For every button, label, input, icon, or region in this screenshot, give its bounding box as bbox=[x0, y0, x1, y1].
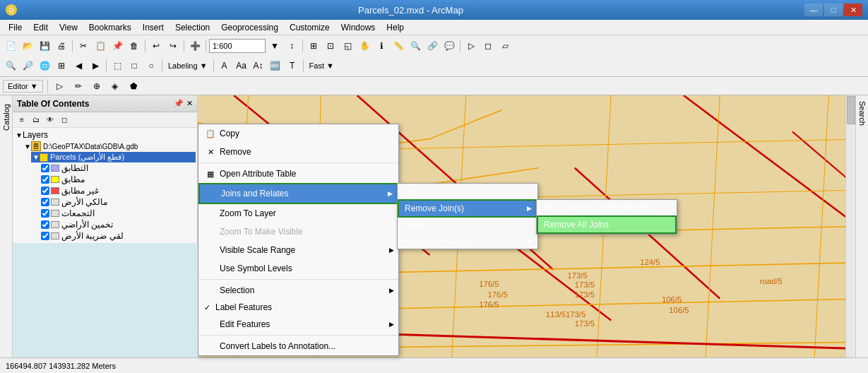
label-tool3[interactable]: A↕ bbox=[251, 58, 266, 73]
ctx-joins[interactable]: Joins and Relates Join... Remove Join(s) bbox=[198, 183, 398, 204]
ctx-visible-scale[interactable]: Visible Scale Range bbox=[198, 241, 398, 259]
maximize-button[interactable]: □ bbox=[824, 4, 843, 16]
cut-btn[interactable]: ✂ bbox=[76, 38, 91, 54]
select-btn[interactable]: ▷ bbox=[463, 38, 479, 54]
ctx-copy[interactable]: 📋 Copy bbox=[198, 124, 398, 143]
select-poly-btn[interactable]: ▱ bbox=[497, 38, 513, 54]
tree-sublayer-3[interactable]: غير مطابق bbox=[40, 185, 196, 196]
clear-select-btn[interactable]: ◻ bbox=[480, 38, 496, 54]
edit-tool2[interactable]: ✏ bbox=[71, 78, 86, 94]
paste-btn[interactable]: 📌 bbox=[109, 38, 125, 54]
tree-sublayer-6[interactable]: تخمين الأراضي bbox=[40, 219, 196, 230]
label-tool1[interactable]: A bbox=[217, 58, 232, 73]
search-label[interactable]: Search bbox=[857, 98, 868, 129]
minimize-button[interactable]: — bbox=[804, 4, 823, 16]
tree-sublayer-1[interactable]: التطابق bbox=[40, 162, 196, 174]
catalog-label[interactable]: Catalog bbox=[1, 101, 12, 134]
ctx-join[interactable]: Join... bbox=[398, 184, 537, 199]
ctx-edit-features[interactable]: Edit Features bbox=[198, 315, 398, 333]
new-btn[interactable]: 📄 bbox=[3, 38, 18, 54]
toc-list-by-visibility-btn[interactable]: 👁 bbox=[44, 114, 57, 126]
sublayer-4-check[interactable] bbox=[41, 198, 49, 206]
tree-layers-root[interactable]: ▼ Layers bbox=[14, 129, 196, 141]
select-lasso-btn[interactable]: ○ bbox=[143, 58, 159, 73]
menu-insert[interactable]: Insert bbox=[137, 21, 170, 34]
identify-btn[interactable]: ℹ bbox=[374, 38, 389, 54]
open-btn[interactable]: 📂 bbox=[20, 38, 35, 54]
ctx-symbol-levels[interactable]: Use Symbol Levels bbox=[198, 259, 398, 278]
menu-file[interactable]: File bbox=[3, 21, 28, 34]
zoom-out-btn[interactable]: 🔎 bbox=[20, 58, 35, 73]
find-btn[interactable]: 🔍 bbox=[408, 38, 423, 54]
ctx-relate[interactable]: Relate... bbox=[398, 218, 537, 233]
toc-pin-btn[interactable]: 📌 bbox=[174, 99, 184, 108]
edit-tool1[interactable]: ▷ bbox=[52, 78, 68, 94]
zoom-apply-btn[interactable]: ↕ bbox=[284, 38, 299, 54]
ctx-selection[interactable]: Selection bbox=[198, 281, 398, 300]
ctx-remove[interactable]: ✕ Remove bbox=[198, 143, 398, 161]
select-features-btn[interactable]: ⬚ bbox=[109, 58, 125, 73]
ctx-zoom-visible[interactable]: Zoom To Make Visible bbox=[198, 223, 398, 241]
toc-close-btn[interactable]: ✕ bbox=[186, 99, 193, 108]
ctx-tax-estimation[interactable]: TAX_PARCEL_ESTIMATION bbox=[537, 200, 677, 215]
layers-toggle[interactable]: ▼ bbox=[16, 131, 23, 139]
save-btn[interactable]: 💾 bbox=[37, 38, 52, 54]
menu-geoprocessing[interactable]: Geoprocessing bbox=[215, 21, 284, 34]
tree-parcels-layer[interactable]: ▼ Parcels (قطع الأراضي) bbox=[31, 152, 196, 162]
zoom-full-btn[interactable]: ⊞ bbox=[306, 38, 321, 54]
zoom-input[interactable] bbox=[209, 39, 266, 53]
sublayer-2-check[interactable] bbox=[41, 175, 49, 184]
sublayer-5-check[interactable] bbox=[41, 209, 49, 218]
sublayer-7-check[interactable] bbox=[41, 232, 49, 240]
gdb-toggle[interactable]: ▼ bbox=[24, 143, 31, 150]
print-btn[interactable]: 🖨 bbox=[54, 38, 69, 54]
zoom-select-btn[interactable]: ◱ bbox=[340, 38, 355, 54]
sublayer-6-check[interactable] bbox=[41, 220, 49, 229]
tree-sublayer-4[interactable]: مالكي الأرض bbox=[40, 196, 196, 208]
edit-tool5[interactable]: ⬟ bbox=[126, 78, 141, 94]
ctx-remove-all-joins[interactable]: Remove All Joins bbox=[537, 215, 677, 234]
undo-btn[interactable]: ↩ bbox=[148, 38, 164, 54]
ctx-remove-join[interactable]: Remove Join(s) TAX_PARCEL_ESTIMATION Rem… bbox=[398, 199, 537, 218]
tree-sublayer-5[interactable]: التجمعات bbox=[40, 208, 196, 219]
toc-list-by-source-btn[interactable]: 🗂 bbox=[30, 114, 42, 126]
menu-customize[interactable]: Customize bbox=[284, 21, 335, 34]
label-tool2[interactable]: Aa bbox=[234, 58, 249, 73]
ctx-open-table[interactable]: ▦ Open Attribute Table bbox=[198, 165, 398, 183]
copy-btn[interactable]: 📋 bbox=[93, 38, 108, 54]
map-area[interactable]: 179/5 179/5 179/5 178/5 178/5 178/5 174/… bbox=[198, 95, 855, 362]
menu-selection[interactable]: Selection bbox=[170, 21, 215, 34]
sublayer-1-check[interactable] bbox=[41, 164, 49, 172]
add-data-btn[interactable]: ➕ bbox=[187, 38, 203, 54]
toc-list-by-selection-btn[interactable]: ◻ bbox=[58, 114, 71, 126]
tree-gdb[interactable]: ▼ 🗄 D:\GeoPTAX\Data\GDB\A.gdb bbox=[23, 141, 196, 152]
editor-dropdown[interactable]: Editor ▼ bbox=[3, 80, 43, 93]
edit-tool4[interactable]: ◈ bbox=[107, 78, 123, 94]
scrollbar-vertical[interactable] bbox=[845, 95, 855, 362]
hyperlink-btn[interactable]: 🔗 bbox=[424, 38, 440, 54]
prev-extent-btn[interactable]: ◀ bbox=[71, 58, 86, 73]
zoom-in-btn[interactable]: 🔍 bbox=[3, 58, 18, 73]
close-button[interactable]: ✕ bbox=[844, 4, 862, 16]
ctx-remove-relate[interactable]: Remove Relate(s) bbox=[398, 233, 537, 249]
scrollbar-thumb-v[interactable] bbox=[847, 96, 855, 124]
menu-help[interactable]: Help bbox=[381, 21, 410, 34]
redo-btn[interactable]: ↪ bbox=[165, 38, 181, 54]
menu-edit[interactable]: Edit bbox=[28, 21, 54, 34]
full-extent-btn[interactable]: ⊞ bbox=[54, 58, 69, 73]
sublayer-3-check[interactable] bbox=[41, 186, 49, 195]
speed-dropdown[interactable]: Fast ▼ bbox=[307, 60, 337, 71]
delete-btn[interactable]: 🗑 bbox=[126, 38, 142, 54]
edit-tool3[interactable]: ⊕ bbox=[89, 78, 105, 94]
ctx-zoom-layer[interactable]: Zoom To Layer bbox=[198, 204, 398, 223]
next-extent-btn[interactable]: ▶ bbox=[88, 58, 103, 73]
zoom-dropdown[interactable]: ▼ bbox=[267, 38, 283, 54]
label-tool4[interactable]: 🔤 bbox=[268, 58, 283, 73]
toc-list-by-drawing-btn[interactable]: ≡ bbox=[16, 114, 28, 126]
ctx-convert-labels[interactable]: Convert Labels to Annotation... bbox=[198, 337, 398, 355]
parcels-toggle[interactable]: ▼ bbox=[32, 153, 40, 161]
labeling-dropdown[interactable]: Labeling ▼ bbox=[165, 60, 210, 71]
html-popup-btn[interactable]: 💬 bbox=[441, 38, 457, 54]
tree-sublayer-7[interactable]: لقي ضريبة الأرض bbox=[40, 230, 196, 242]
menu-view[interactable]: View bbox=[54, 21, 83, 34]
